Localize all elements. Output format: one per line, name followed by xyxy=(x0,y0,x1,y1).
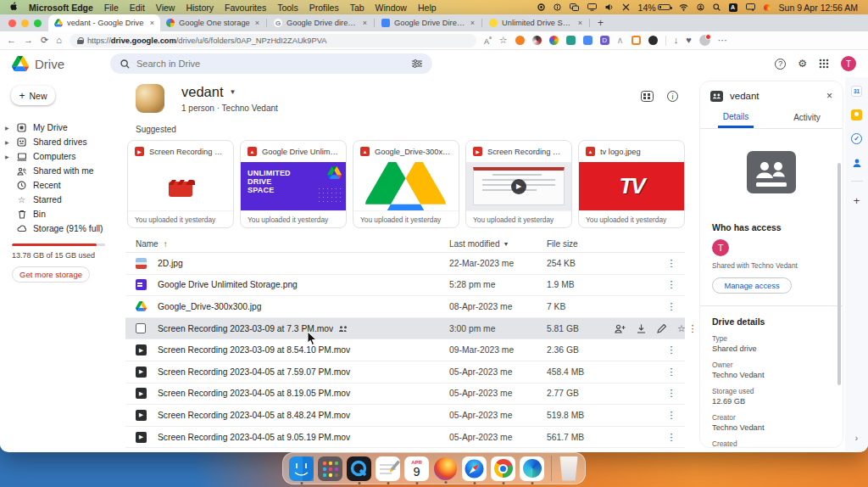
minimize-window-button[interactable] xyxy=(21,20,29,27)
dock-calendar-icon[interactable]: APR9 xyxy=(404,456,429,481)
browser-profile-avatar[interactable] xyxy=(699,35,710,46)
tab-close-icon[interactable]: × xyxy=(363,19,367,27)
table-row-selected[interactable]: Screen Recording 2023-03-09 at 7.3 PM.mo… xyxy=(125,318,685,340)
extension-icon-4[interactable] xyxy=(566,36,576,45)
get-add-ons-icon[interactable]: + xyxy=(854,194,860,207)
status-app-icon[interactable] xyxy=(764,4,771,11)
table-row[interactable]: Google_Drive-300x300.jpg 08-Apr-2023 me … xyxy=(125,296,685,318)
extension-icon-3[interactable] xyxy=(549,36,559,45)
tab-details[interactable]: Details xyxy=(700,107,771,128)
more-options-icon[interactable]: ⋮ xyxy=(665,432,678,443)
forward-button[interactable]: → xyxy=(24,36,33,45)
help-icon[interactable]: ? xyxy=(775,59,786,70)
battery-indicator[interactable]: 14% xyxy=(638,3,670,13)
get-more-storage-button[interactable]: Get more storage xyxy=(12,266,90,283)
sidebar-item-storage[interactable]: Storage (91% full) xyxy=(0,221,119,236)
menu-tab[interactable]: Tab xyxy=(350,3,364,13)
collapse-panel-chevron-icon[interactable]: › xyxy=(855,434,858,443)
dock-launchpad-icon[interactable] xyxy=(318,456,342,481)
input-source-icon[interactable]: A xyxy=(729,3,737,12)
suggested-card-screen-recording-1[interactable]: ▶Screen Recording 202... You uploaded it… xyxy=(127,140,234,228)
user-switch-icon[interactable] xyxy=(697,3,704,11)
column-last-modified[interactable]: Last modified xyxy=(449,239,499,249)
manage-access-button[interactable]: Manage access xyxy=(712,277,792,294)
table-row[interactable]: ▶ Screen Recording 2023-03-09 at 8.54.10… xyxy=(125,339,685,361)
tab-drive-direct-download[interactable]: G Google Drive direct download × xyxy=(268,14,373,31)
view-toggle-icon[interactable] xyxy=(641,91,654,102)
tab-direct-link-generator[interactable]: Google Drive Direct Link Gene × xyxy=(376,14,481,31)
settings-gear-icon[interactable]: ⚙ xyxy=(798,58,807,70)
tab-close-icon[interactable]: × xyxy=(578,19,582,27)
menu-profiles[interactable]: Profiles xyxy=(309,3,339,13)
expand-caret-icon[interactable]: ▶ xyxy=(5,154,10,160)
menu-favourites[interactable]: Favourites xyxy=(225,3,266,13)
volume-icon[interactable] xyxy=(605,3,614,11)
extension-icon-8[interactable] xyxy=(632,36,641,45)
new-tab-button[interactable]: + xyxy=(591,17,610,29)
cut-status-icon[interactable] xyxy=(622,3,630,11)
dock-edge-icon[interactable] xyxy=(520,456,544,481)
table-row[interactable]: ▶ Screen Recording 2023-04-05 at 9.05.19… xyxy=(125,427,685,449)
table-row[interactable]: ▶ Screen Recording 2023-04-05 at 8.19.05… xyxy=(125,383,685,406)
drive-search-bar[interactable] xyxy=(110,53,432,74)
menu-edit[interactable]: Edit xyxy=(130,3,145,13)
display-icon[interactable] xyxy=(587,3,597,11)
dock-chrome-icon[interactable] xyxy=(491,456,515,481)
more-options-icon[interactable]: ⋮ xyxy=(665,344,678,355)
search-filters-icon[interactable] xyxy=(412,59,422,68)
menubar-clock[interactable]: Sun 9 Apr 12:56 AM xyxy=(779,3,858,13)
sidebar-item-recent[interactable]: Recent xyxy=(0,178,119,193)
sidebar-item-bin[interactable]: Bin xyxy=(0,207,119,221)
browser-essentials-icon[interactable]: ♥ xyxy=(686,36,692,45)
suggested-card-google-drive-300[interactable]: ▲Google_Drive-300x30... You uploaded it … xyxy=(353,140,459,228)
lock-icon[interactable] xyxy=(77,37,83,44)
more-options-icon[interactable]: ⋮ xyxy=(665,388,678,399)
tab-activity[interactable]: Activity xyxy=(771,107,843,128)
sidebar-item-starred[interactable]: ☆ Starred xyxy=(0,193,119,207)
dock-firefox-icon[interactable] xyxy=(434,457,457,480)
downloads-icon[interactable]: ↓ xyxy=(674,36,679,45)
tab-close-icon[interactable]: × xyxy=(255,19,259,27)
menu-app-name[interactable]: Microsoft Edge xyxy=(29,3,93,13)
sidebar-item-computers[interactable]: ▶ Computers xyxy=(0,149,119,164)
maximize-window-button[interactable] xyxy=(34,20,42,27)
row-checkbox[interactable] xyxy=(136,323,146,333)
expand-caret-icon[interactable]: ▶ xyxy=(5,139,10,145)
sidebar-item-shared-drives[interactable]: ▶ Shared drives xyxy=(0,135,119,149)
rename-pencil-icon[interactable] xyxy=(657,324,666,333)
table-row[interactable]: Google Drive Unlimited Storage.png 5:28 … xyxy=(125,275,685,297)
dock-quicktime-icon[interactable] xyxy=(347,456,371,481)
tab-close-icon[interactable]: × xyxy=(470,19,475,27)
table-row[interactable]: ▶ Screen Recording 2023-04-05 at 7.59.07… xyxy=(125,361,685,383)
back-button[interactable]: ← xyxy=(7,36,16,45)
menu-help[interactable]: Help xyxy=(418,3,437,13)
screen-mirroring-icon[interactable] xyxy=(746,3,755,11)
stage-manager-icon[interactable] xyxy=(570,3,579,11)
extension-icon-2[interactable] xyxy=(532,36,542,45)
details-info-icon[interactable]: i xyxy=(667,91,678,102)
tasks-app-icon[interactable]: ✓ xyxy=(851,133,862,144)
info-status-icon[interactable] xyxy=(554,3,561,11)
access-avatar[interactable]: T xyxy=(712,239,729,256)
apple-menu-icon[interactable] xyxy=(10,2,18,13)
extension-icon-9[interactable] xyxy=(648,36,658,45)
expand-caret-icon[interactable]: ▶ xyxy=(5,125,10,131)
menu-tools[interactable]: Tools xyxy=(277,3,298,13)
menu-window[interactable]: Window xyxy=(376,3,407,13)
close-panel-icon[interactable]: × xyxy=(826,90,832,102)
more-options-icon[interactable]: ⋮ xyxy=(665,301,678,312)
refresh-button[interactable]: ⟳ xyxy=(41,36,48,45)
sort-ascending-icon[interactable]: ↑ xyxy=(164,239,168,249)
close-window-button[interactable] xyxy=(8,20,16,27)
menu-file[interactable]: File xyxy=(104,3,119,13)
new-button[interactable]: + New xyxy=(11,86,55,105)
extension-icon-6[interactable]: D xyxy=(600,36,609,45)
share-add-person-icon[interactable] xyxy=(615,324,626,333)
suggested-card-tv-logo[interactable]: ▲tv logo.jpeg TV You uploaded it yesterd… xyxy=(578,140,685,228)
tab-vedant-google-drive[interactable]: vedant - Google Drive × xyxy=(48,14,160,31)
column-file-size[interactable]: File size xyxy=(547,239,615,249)
dock-safari-icon[interactable] xyxy=(462,456,487,481)
settings-more-icon[interactable]: ⋯ xyxy=(718,36,727,45)
tab-unlimited-drive-space[interactable]: Unlimited Drive Space – ViSkill × xyxy=(483,14,588,31)
dock-finder-icon[interactable] xyxy=(289,456,314,481)
